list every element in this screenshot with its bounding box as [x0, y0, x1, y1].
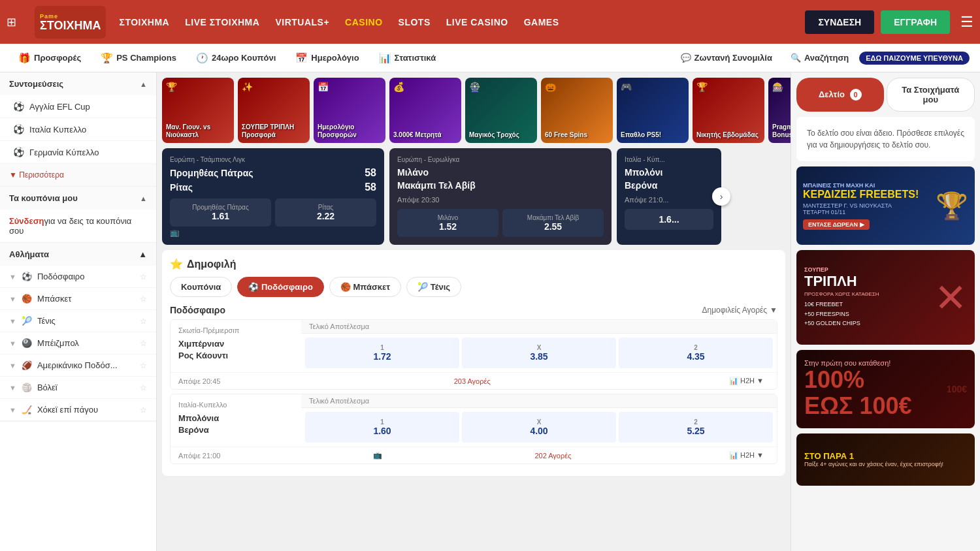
shortcuts-header[interactable]: Συντομεύσεις ▲: [0, 72, 156, 95]
live-btn-team1[interactable]: Προμηθέας Πάτρας 1.61: [170, 198, 271, 227]
sport-hockey[interactable]: ▼ 🏒 Χόκεϊ επί πάγου ☆: [0, 399, 156, 421]
live-card-3[interactable]: Ιταλία - Κύπ... Μπολόνι Βερόνα Απόψε 21:…: [617, 148, 721, 245]
logo[interactable]: Pame ΣΤΟΙΧΗΜΑ: [35, 6, 106, 39]
promo-free-spins[interactable]: 🎃 60 Free Spins: [541, 78, 613, 143]
right-banner-2[interactable]: ΣΟΥΠΕΡ ΤΡΙΠΛΗ ΠΡΟΣΦΟΡΑ ΧΩΡΙΣ ΚΑΤΑΘΕΣΗ 10…: [796, 250, 975, 345]
promo-spins-label: 60 Free Spins: [545, 131, 609, 139]
match1-odds-labels: Τελικό Αποτέλεσμα: [301, 320, 777, 334]
right-banner-4[interactable]: ΣΤΟ ΠΑΡΑ 1 Παίξε 4+ αγώνες και αν χάσεις…: [796, 433, 975, 486]
tab-tenis[interactable]: 🎾 Τένις: [406, 277, 461, 297]
hamburger-icon[interactable]: ☰: [960, 14, 973, 31]
match2-odd1[interactable]: 1 1.60: [305, 412, 459, 443]
promo-calendar[interactable]: 📅 Ημερολόγιο Προσφορών: [314, 78, 385, 143]
sports-header[interactable]: Αθλήματα ▲: [0, 243, 156, 266]
popular-markets-btn[interactable]: Δημοφιλείς Αγορές ▼: [702, 306, 777, 315]
football-star[interactable]: ☆: [140, 272, 147, 281]
nav-casino[interactable]: CASINO: [345, 17, 382, 27]
subnav-stats[interactable]: 📊 Στατιστικά: [371, 48, 444, 68]
match1-markets[interactable]: 203 Αγορές: [454, 377, 491, 385]
nav-games[interactable]: GAMES: [524, 17, 559, 27]
sport-tennis[interactable]: ▼ 🎾 Τένις ☆: [0, 310, 156, 332]
shortcut-italy-cup[interactable]: ⚽ Ιταλία Κυπελλο: [0, 118, 156, 141]
basketball-star[interactable]: ☆: [140, 294, 147, 304]
nav-slots[interactable]: SLOTS: [399, 17, 431, 27]
sport-basketball[interactable]: ▼ 🏀 Μπάσκετ ☆: [0, 288, 156, 310]
right-banner-3[interactable]: Στην πρώτη σου κατάθεση! 100%ΕΩΣ 100€ 10…: [796, 350, 975, 428]
tab-couponia[interactable]: Κουπόνια: [170, 277, 232, 297]
nav-stoixima[interactable]: ΣΤΟΙΧΗΜΑ: [119, 17, 169, 27]
right-banner-1[interactable]: ΜΠΑΙΝΕΙΣ ΣΤΗ ΜΑΧΗ ΚΑΙ ΚΕΡΔΙΖΕΙΣ FREEBETS…: [796, 166, 975, 245]
live-league-3: Ιταλία - Κύπ...: [625, 156, 713, 163]
live-btn2-team1[interactable]: Μιλάνο 1.52: [397, 209, 498, 237]
live-league-1: Ευρώπη - Τσάμπιονς Λιγκ: [170, 156, 376, 163]
tab-mpasket[interactable]: 🏀 Μπάσκετ: [329, 277, 401, 297]
promo-nik-label: Νικητής Εβδομάδας: [696, 131, 760, 139]
match1-oddx[interactable]: X 3.85: [462, 338, 616, 368]
live-card-2[interactable]: Ευρώπη - Ευρωλίγκα Μιλάνο Μακάμπι Τελ Αβ…: [389, 148, 612, 245]
match1-team2: Ρος Κάουντι: [178, 350, 293, 362]
promo-3000e[interactable]: 💰 3.000€ Μετρητά: [389, 78, 461, 143]
baseball-star[interactable]: ☆: [140, 339, 147, 348]
live-chat-button[interactable]: 💬 Ζωντανή Συνομιλία: [673, 49, 780, 67]
match1-odd1[interactable]: 1 1.72: [305, 338, 459, 368]
volleyball-label: Βόλεϊ: [37, 383, 57, 392]
tennis-star[interactable]: ☆: [140, 317, 147, 326]
live-team2-2: Μακάμπι Τελ Αβίβ: [397, 180, 604, 191]
shortcut-germany-label: Γερμανία Κύπελλο: [29, 148, 99, 157]
promo-nikitis[interactable]: 🏆 Νικητής Εβδομάδας: [693, 78, 764, 143]
more-header[interactable]: ▼ Περισσότερα: [0, 164, 156, 186]
promo-super-tripli[interactable]: ✨ ΣΟΥΠΕΡ ΤΡΙΠΛΗ Προσφορά: [238, 78, 310, 143]
match1-odd2[interactable]: 2 4.35: [619, 338, 773, 368]
nav-live-casino[interactable]: LIVE CASINO: [446, 17, 508, 27]
subnav-24h-coupon[interactable]: 🕐 24ωρο Κουπόνι: [188, 48, 284, 68]
popular-title: Δημοφιλή: [187, 259, 236, 270]
mybets-button[interactable]: Τα Στοιχήματά μου: [887, 78, 975, 112]
promo-ps5-icon: 🎮: [621, 82, 632, 92]
live-btn3[interactable]: 1.6...: [625, 209, 713, 230]
match2-result-label: Τελικό Αποτέλεσμα: [301, 394, 777, 407]
live-next-arrow[interactable]: ›: [712, 187, 730, 206]
live-card-1[interactable]: Ευρώπη - Τσάμπιονς Λιγκ Προμηθέας Πάτρας…: [162, 148, 384, 245]
match2-h2h[interactable]: 📊 H2H ▼: [724, 451, 769, 460]
popular-tabs: Κουπόνια ⚽ Ποδόσφαιρο 🏀 Μπάσκετ 🎾 Τένις: [170, 277, 777, 297]
coupons-header[interactable]: Τα κουπόνια μου ▲: [0, 187, 156, 210]
live-tv-icon: 📺: [170, 228, 180, 237]
promo-pragmatic[interactable]: 🎰 Pragmatic Buy Bonus: [768, 78, 791, 143]
sport-american-football[interactable]: ▼ 🏈 Αμερικάνικο Ποδόσ... ☆: [0, 354, 156, 377]
hockey-label: Χόκεϊ επί πάγου: [37, 405, 98, 415]
podosfairo-label: Ποδόσφαιρο: [261, 282, 313, 292]
coupons-login-link[interactable]: Σύνδεση: [9, 216, 44, 226]
subnav-ps-champions[interactable]: 🏆 PS Champions: [93, 48, 184, 68]
grid-icon[interactable]: ⊞: [7, 15, 16, 29]
shortcut-germany-cup[interactable]: ⚽ Γερμανία Κύπελλο: [0, 141, 156, 164]
sport-football[interactable]: ▼ ⚽ Ποδόσφαιρο ☆: [0, 266, 156, 288]
subnav-offers[interactable]: 🎁 Προσφορές: [10, 48, 89, 68]
shortcut-efl-cup[interactable]: ⚽ Αγγλία EFL Cup: [0, 95, 156, 118]
banner2-subtitle: ΣΟΥΠΕΡ: [804, 266, 934, 273]
hockey-star[interactable]: ☆: [140, 405, 147, 415]
volleyball-star[interactable]: ☆: [140, 383, 147, 392]
promo-ps-champ[interactable]: 🏆 Μαν. Γιουν. vs Νιούκαστλ: [162, 78, 234, 143]
search-button[interactable]: 🔍 Αναζήτηση: [783, 49, 857, 67]
subnav-calendar[interactable]: 📅 Ημερολόγιο: [287, 48, 367, 68]
nav-live-stoixima[interactable]: LIVE ΣΤΟΙΧΗΜΑ: [185, 17, 259, 27]
banner1-action[interactable]: ΕΝΤΑΣΕ ΔΩΡΕΑΝ ▶: [803, 219, 870, 230]
live-btn-team2[interactable]: Ρίτας 2.22: [275, 198, 376, 227]
match2-oddx[interactable]: X 4.00: [462, 412, 616, 443]
am-football-star[interactable]: ☆: [140, 361, 147, 370]
login-button[interactable]: ΣΥΝΔΕΣΗ: [805, 10, 874, 34]
match1-h2h[interactable]: 📊 H2H ▼: [724, 377, 769, 385]
match2-markets[interactable]: 202 Αγορές: [534, 452, 571, 460]
promo-ps5[interactable]: 🎮 Επαθλο PS5!: [617, 78, 689, 143]
sport-baseball[interactable]: ▼ 🎱 Μπέιζμπολ ☆: [0, 332, 156, 354]
promo-magic-wheel[interactable]: 🎡 Μαγικός Τροχός: [465, 78, 537, 143]
hockey-chevron: ▼: [9, 406, 16, 414]
live-btn2-team2[interactable]: Μακάμπι Τελ Αβίβ 2.55: [502, 209, 604, 237]
sport-volleyball[interactable]: ▼ 🏐 Βόλεϊ ☆: [0, 377, 156, 399]
nav-virtuals[interactable]: VIRTUALS+: [275, 17, 329, 27]
match2-odd2[interactable]: 2 5.25: [619, 412, 773, 443]
register-button[interactable]: ΕΓΓΡΑΦΗ: [881, 10, 950, 34]
banner4-text: ΣΤΟ ΠΑΡΑ 1 Παίξε 4+ αγώνες και αν χάσεις…: [796, 433, 975, 486]
betslip-button[interactable]: Δελτίο 0: [796, 78, 884, 112]
tab-podosfairo[interactable]: ⚽ Ποδόσφαιρο: [237, 277, 324, 297]
